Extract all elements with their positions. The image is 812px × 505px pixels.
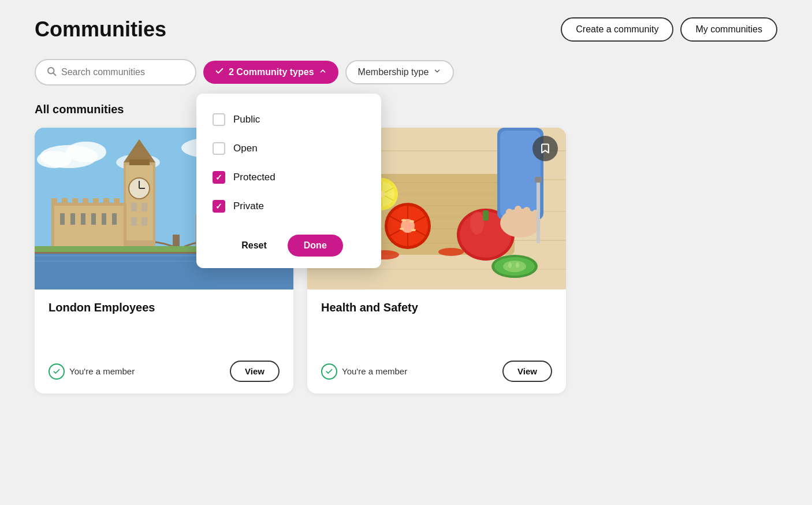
checkmark-icon-2: ✓ xyxy=(215,202,222,211)
create-community-button[interactable]: Create a community xyxy=(561,17,673,42)
svg-rect-37 xyxy=(62,198,68,205)
svg-point-79 xyxy=(508,262,512,268)
svg-point-70 xyxy=(401,219,406,221)
search-icon xyxy=(46,66,57,79)
svg-rect-39 xyxy=(83,198,88,205)
svg-point-78 xyxy=(503,261,526,272)
bookmark-button[interactable] xyxy=(532,136,558,161)
page-header: Communities Create a community My commun… xyxy=(35,17,777,42)
page-title: Communities xyxy=(35,17,166,42)
card-title-london: London Employees xyxy=(49,301,280,314)
community-types-label: 2 Community types xyxy=(229,67,314,77)
section-title: All communities xyxy=(35,103,777,116)
svg-rect-31 xyxy=(70,213,75,225)
card-footer-london: You're a member View xyxy=(35,361,293,393)
dropdown-footer: Reset Done xyxy=(196,225,381,257)
svg-rect-34 xyxy=(102,213,106,225)
svg-rect-35 xyxy=(112,213,117,225)
my-communities-button[interactable]: My communities xyxy=(680,17,777,42)
svg-rect-24 xyxy=(131,203,137,211)
svg-point-71 xyxy=(409,220,414,222)
svg-rect-42 xyxy=(114,198,120,205)
option-protected[interactable]: ✓ Protected xyxy=(196,163,381,192)
svg-rect-30 xyxy=(60,213,65,225)
search-box[interactable] xyxy=(35,59,196,86)
svg-rect-94 xyxy=(537,180,540,243)
community-types-filter-button[interactable]: 2 Community types xyxy=(203,61,338,84)
svg-rect-38 xyxy=(72,198,78,205)
card-title-food: Health and Safety xyxy=(321,301,552,314)
svg-point-72 xyxy=(400,228,404,230)
member-badge-food: You're a member xyxy=(321,363,407,380)
check-icon xyxy=(215,66,224,78)
svg-point-73 xyxy=(411,229,416,231)
checkmark-icon: ✓ xyxy=(215,173,222,182)
card-body-london: London Employees xyxy=(35,289,293,361)
card-body-food: Health and Safety xyxy=(307,289,566,361)
option-private-label: Private xyxy=(233,200,264,212)
membership-type-filter-button[interactable]: Membership type xyxy=(345,60,455,84)
svg-rect-26 xyxy=(131,217,137,226)
svg-rect-20 xyxy=(129,159,150,165)
checkbox-public[interactable] xyxy=(213,113,225,126)
option-protected-label: Protected xyxy=(233,172,275,183)
svg-rect-29 xyxy=(54,206,124,249)
member-check-icon-food xyxy=(321,363,337,380)
community-types-dropdown: Public Open ✓ Protected ✓ Private Reset … xyxy=(196,94,381,268)
svg-rect-33 xyxy=(91,213,96,225)
view-button-food[interactable]: View xyxy=(502,361,552,382)
option-private[interactable]: ✓ Private xyxy=(196,192,381,221)
svg-point-63 xyxy=(470,211,484,235)
svg-rect-18 xyxy=(126,165,153,240)
reset-button[interactable]: Reset xyxy=(234,236,274,255)
member-label-london: You're a member xyxy=(69,366,135,376)
svg-point-5 xyxy=(37,151,72,168)
header-actions: Create a community My communities xyxy=(561,17,777,42)
filter-bar: 2 Community types Membership type Public… xyxy=(35,59,777,86)
view-button-london[interactable]: View xyxy=(230,361,280,382)
card-footer-food: You're a member View xyxy=(307,361,566,393)
svg-rect-91 xyxy=(515,206,522,224)
chevron-down-icon xyxy=(433,67,441,77)
svg-rect-25 xyxy=(141,203,147,211)
checkbox-private[interactable]: ✓ xyxy=(213,200,225,213)
member-label-food: You're a member xyxy=(342,366,407,376)
done-button[interactable]: Done xyxy=(288,235,343,257)
checkbox-protected[interactable]: ✓ xyxy=(213,171,225,184)
svg-point-75 xyxy=(438,248,464,256)
checkbox-open[interactable] xyxy=(213,142,225,155)
chevron-up-icon xyxy=(319,67,327,77)
svg-rect-40 xyxy=(93,198,99,205)
svg-point-4 xyxy=(66,142,106,162)
svg-point-80 xyxy=(516,262,519,268)
svg-rect-92 xyxy=(523,207,530,224)
search-input[interactable] xyxy=(61,67,185,77)
svg-rect-90 xyxy=(506,209,513,226)
option-open[interactable]: Open xyxy=(196,134,381,163)
member-check-icon xyxy=(49,363,65,380)
option-open-label: Open xyxy=(233,143,258,154)
svg-rect-95 xyxy=(535,177,542,183)
member-badge-london: You're a member xyxy=(49,363,135,380)
svg-rect-27 xyxy=(141,217,147,226)
membership-type-label: Membership type xyxy=(358,67,429,77)
svg-rect-41 xyxy=(103,198,109,205)
option-public-label: Public xyxy=(233,114,260,125)
option-public[interactable]: Public xyxy=(196,105,381,134)
svg-line-1 xyxy=(53,73,55,75)
svg-rect-62 xyxy=(483,210,489,221)
svg-rect-32 xyxy=(81,213,85,225)
svg-rect-36 xyxy=(51,198,57,205)
